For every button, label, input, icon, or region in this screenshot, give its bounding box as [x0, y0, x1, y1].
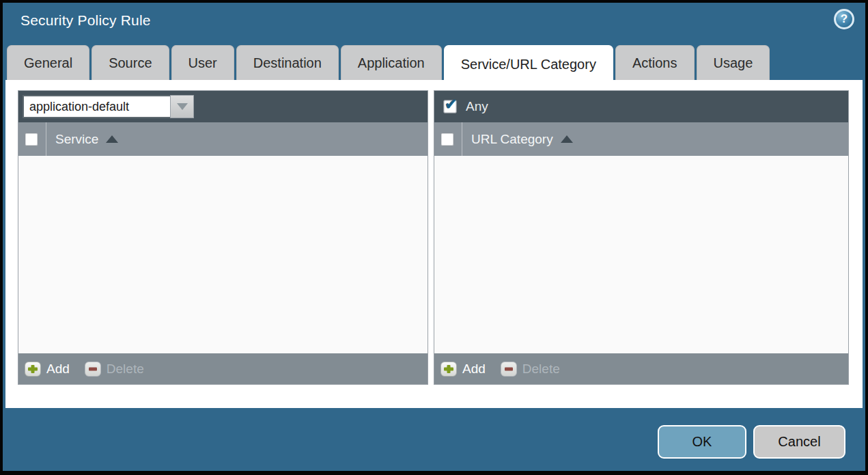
tab-label: Service/URL Category [461, 57, 596, 72]
url-category-panel-footer: Add Delete [434, 353, 848, 384]
cancel-button[interactable]: Cancel [753, 425, 845, 459]
sort-ascending-icon [106, 135, 118, 143]
service-column-label: Service [55, 132, 98, 147]
tab-strip: General Source User Destination Applicat… [7, 45, 770, 80]
service-panel: Service Add Delete [18, 90, 428, 385]
service-select-all-checkbox[interactable] [25, 133, 38, 146]
any-label: Any [466, 99, 488, 114]
any-checkbox[interactable]: ✔ [443, 100, 457, 113]
minus-icon [85, 362, 101, 377]
add-button-label: Add [462, 362, 486, 377]
service-panel-footer: Add Delete [18, 353, 428, 384]
url-category-column-label: URL Category [471, 132, 553, 147]
delete-button-label: Delete [107, 362, 144, 377]
tab-label: Source [109, 55, 152, 71]
service-type-combobox [23, 95, 194, 118]
add-button-label: Add [46, 362, 70, 377]
url-category-table-body[interactable] [434, 156, 848, 353]
url-category-column-header[interactable]: URL Category [462, 122, 573, 156]
service-panel-toolbar [18, 91, 428, 122]
service-column-header[interactable]: Service [46, 122, 118, 156]
url-category-panel: ✔ Any URL Category Add [434, 90, 849, 385]
sort-ascending-icon [561, 135, 573, 143]
delete-button-label: Delete [522, 362, 560, 377]
url-category-add-button[interactable]: Add [440, 362, 486, 377]
service-table-header: Service [18, 122, 428, 156]
tab-label: Application [358, 55, 425, 71]
url-category-table-header: URL Category [434, 122, 848, 156]
service-table-body[interactable] [18, 156, 428, 353]
tab-label: Usage [714, 55, 753, 71]
service-delete-button[interactable]: Delete [85, 362, 144, 377]
tab-source[interactable]: Source [92, 45, 169, 80]
service-type-dropdown-button[interactable] [170, 95, 194, 118]
title-bar: Security Policy Rule ? [3, 3, 865, 44]
tab-general[interactable]: General [7, 45, 89, 80]
plus-icon [25, 362, 41, 377]
tab-user[interactable]: User [171, 45, 234, 80]
url-category-panel-toolbar: ✔ Any [434, 91, 848, 122]
tab-label: Destination [253, 55, 322, 71]
dialog-title: Security Policy Rule [20, 12, 151, 29]
service-add-button[interactable]: Add [25, 362, 70, 377]
checkmark-icon: ✔ [445, 97, 457, 112]
tab-service-url-category[interactable]: Service/URL Category [444, 45, 613, 83]
tab-application[interactable]: Application [341, 45, 442, 80]
tab-usage[interactable]: Usage [697, 45, 770, 80]
help-icon[interactable]: ? [834, 9, 854, 29]
tab-label: Actions [632, 55, 677, 71]
tab-label: General [24, 55, 72, 71]
tab-actions[interactable]: Actions [615, 45, 695, 80]
url-category-delete-button[interactable]: Delete [501, 362, 560, 377]
security-policy-rule-dialog: Security Policy Rule ? General Source Us… [3, 3, 865, 471]
help-glyph: ? [841, 12, 848, 26]
minus-icon [501, 362, 517, 377]
tab-label: User [188, 55, 217, 71]
url-category-select-all-checkbox[interactable] [440, 133, 454, 146]
plus-icon [440, 362, 457, 377]
chevron-down-icon [177, 103, 188, 110]
service-type-input[interactable] [23, 95, 170, 118]
tab-destination[interactable]: Destination [236, 45, 339, 80]
ok-button[interactable]: OK [658, 425, 746, 459]
any-row: ✔ Any [438, 99, 488, 114]
tab-content-area: Service Add Delete [5, 80, 863, 408]
